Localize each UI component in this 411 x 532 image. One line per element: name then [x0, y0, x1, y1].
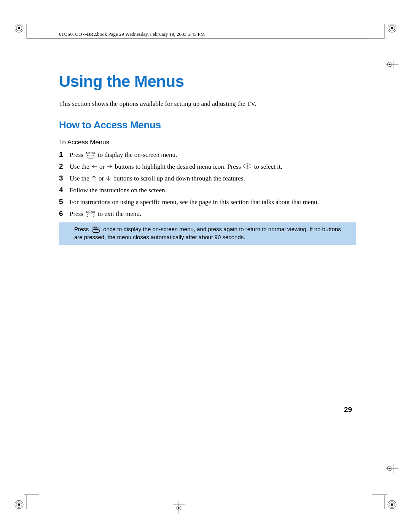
subsection-heading: To Access Menus [59, 139, 356, 146]
step-text: For instructions on using a specific men… [70, 198, 319, 207]
svg-point-12 [387, 62, 392, 67]
step-text: Press MENU to exit the menu. [70, 209, 141, 219]
steps-list: 1 Press MENU to display the on-screen me… [59, 149, 356, 219]
crop-mark-target-icon [387, 24, 397, 33]
step-item: 1 Press MENU to display the on-screen me… [59, 149, 356, 160]
svg-point-14 [15, 500, 23, 509]
step-item: 6 Press MENU to exit the menu. [59, 208, 356, 219]
step-number: 6 [59, 208, 70, 219]
step-item: 5 For instructions on using a specific m… [59, 197, 356, 207]
svg-point-26 [177, 506, 181, 510]
svg-point-30 [387, 466, 392, 471]
svg-point-0 [15, 24, 23, 32]
left-arrow-icon [92, 162, 97, 172]
page-title: Using the Menus [59, 72, 356, 91]
svg-point-27 [178, 507, 180, 509]
svg-point-20 [389, 502, 395, 508]
note-callout: Press MENU once to display the on-screen… [59, 222, 356, 245]
svg-point-19 [388, 500, 396, 509]
step-item: 2 Use the or buttons to highlight the de… [59, 161, 356, 172]
step-item: 3 Use the or buttons to scroll up and do… [59, 173, 356, 184]
svg-point-2 [18, 27, 20, 29]
step-text: Use the or buttons to scroll up and down… [70, 174, 245, 184]
menu-button-icon: MENU [92, 226, 101, 233]
right-arrow-icon [107, 162, 112, 172]
step-number: 3 [59, 173, 70, 184]
up-arrow-icon [92, 174, 96, 184]
crop-mark-lines [372, 24, 387, 39]
crop-mark-short-icon [383, 464, 398, 473]
crop-mark-short-icon [383, 60, 398, 69]
crop-mark-target-icon [14, 24, 24, 33]
intro-text: This section shows the options available… [59, 100, 356, 108]
menu-button-icon: MENU [86, 152, 95, 158]
step-number: 1 [59, 149, 70, 160]
select-plus-icon [243, 162, 252, 172]
section-title: How to Access Menus [59, 119, 356, 131]
svg-point-13 [389, 64, 390, 65]
page-number: 29 [344, 406, 352, 414]
menu-button-icon: MENU [86, 211, 95, 217]
crop-mark-target-icon [14, 500, 24, 509]
svg-point-7 [391, 27, 393, 29]
step-item: 4 Follow the instructions on the screen. [59, 185, 356, 195]
step-number: 2 [59, 161, 70, 172]
svg-point-1 [16, 26, 22, 31]
step-text: Press MENU to display the on-screen menu… [70, 150, 177, 160]
step-text: Use the or buttons to highlight the desi… [70, 162, 282, 172]
step-text: Follow the instructions on the screen. [70, 186, 167, 195]
svg-point-15 [16, 502, 22, 508]
svg-point-6 [389, 26, 395, 31]
svg-point-16 [18, 503, 20, 506]
crop-mark-lines [24, 24, 39, 39]
step-number: 4 [59, 185, 70, 195]
step-number: 5 [59, 197, 70, 207]
crop-mark-lines [24, 494, 39, 509]
crop-mark-center-icon [173, 497, 185, 514]
svg-point-31 [389, 468, 390, 469]
crop-mark-lines [372, 494, 387, 509]
header-metadata: 01US01COV-BR2.book Page 29 Wednesday, Fe… [59, 31, 205, 37]
crop-mark-target-icon [387, 500, 397, 509]
svg-point-21 [391, 503, 393, 506]
svg-point-5 [388, 24, 396, 32]
down-arrow-icon [106, 174, 111, 184]
header-rule [27, 38, 384, 38]
